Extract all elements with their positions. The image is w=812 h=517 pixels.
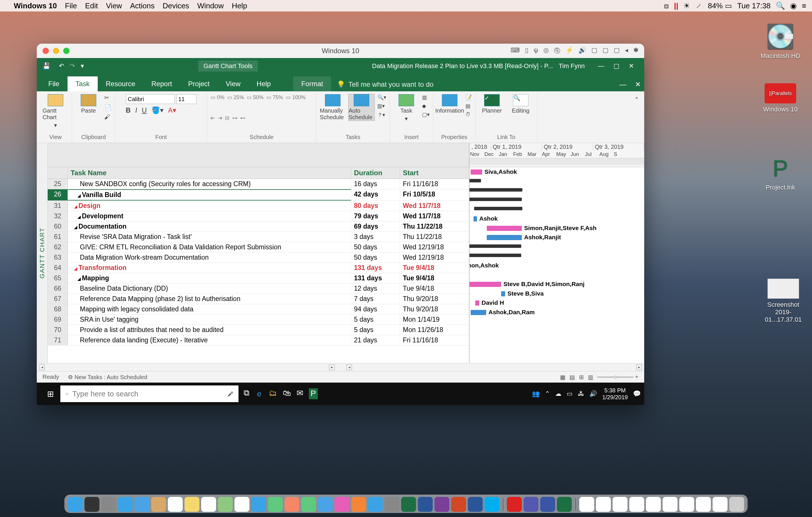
table-row[interactable]: 26◢ Vanilla Build42 daysFri 10/5/18 (48, 189, 469, 201)
task-view-button[interactable]: ⧉ (244, 388, 250, 399)
gantt-bar[interactable]: Siva,Ashok (471, 170, 482, 175)
cut-button[interactable]: ✂ (104, 94, 112, 101)
unlink-tasks-button[interactable]: ⊷ (240, 115, 245, 121)
progress-75-button[interactable]: ▭ 75% (266, 94, 283, 100)
split-task-button[interactable]: ⊟ (225, 115, 229, 121)
table-row[interactable]: 66Baseline Data Dictionary (DD)12 daysTu… (48, 283, 469, 294)
subwin-close-button[interactable]: ✕ (635, 81, 641, 88)
dock-numbers-icon[interactable] (301, 497, 316, 512)
siri-icon[interactable]: ◉ (790, 1, 797, 10)
dock-preferences-icon[interactable] (384, 497, 399, 512)
table-row[interactable]: 60◢ Documentation69 daysThu 11/22/18 (48, 221, 469, 232)
dock-trash-icon[interactable] (729, 497, 744, 512)
redo-icon[interactable]: ↷ (70, 62, 75, 70)
indent-button[interactable]: ⇥ (218, 115, 222, 121)
dock-itunes-icon[interactable] (335, 497, 349, 512)
dock-doc3-icon[interactable] (613, 497, 628, 512)
dropbox-icon[interactable]: ⧈ (664, 1, 669, 10)
dock-notes-icon[interactable] (184, 497, 199, 512)
table-row[interactable]: 67Reference Data Mapping (phase 2) list … (48, 294, 469, 304)
dock-finder-icon[interactable] (68, 497, 83, 512)
gantt-bar[interactable] (469, 254, 521, 257)
keyboard-icon[interactable]: ⌨ (511, 47, 520, 55)
dock-safari-icon[interactable] (118, 497, 133, 512)
tab-view[interactable]: View (218, 77, 249, 91)
table-row[interactable]: 71Reference data landing (Execute) - Ite… (48, 335, 469, 345)
tray-onedrive-icon[interactable]: ☁ (555, 390, 561, 397)
wifi-icon[interactable]: ⟋ (695, 1, 702, 10)
clock[interactable]: Tue 17:38 (737, 1, 771, 10)
spotlight-icon[interactable]: 🔍 (776, 1, 785, 10)
cd-icon[interactable]: ◎ (543, 47, 549, 55)
tray-expand-icon[interactable]: ⌃ (545, 390, 550, 397)
menu-actions[interactable]: Actions (130, 1, 154, 10)
zoom-slider[interactable]: ────○──── + (597, 374, 638, 380)
table-row[interactable]: 64◢ Transformation131 daysTue 9/4/18 (48, 263, 469, 273)
menu-edit[interactable]: Edit (85, 1, 98, 10)
dock-ibooks-icon[interactable] (351, 497, 366, 512)
tab-task[interactable]: Task (67, 77, 98, 91)
dock-maps-icon[interactable] (218, 497, 233, 512)
progress-100-button[interactable]: ▭ 100% (286, 94, 306, 100)
dock-excel-icon[interactable] (401, 497, 416, 512)
start-button[interactable]: ⊞ (40, 389, 60, 399)
window-close-button[interactable]: ✕ (629, 62, 634, 70)
gantt-chart-button[interactable]: Gantt Chart▾ (42, 94, 68, 129)
gantt-bar[interactable] (469, 197, 522, 201)
display-icon[interactable]: ☀ (683, 1, 690, 10)
notifications-icon[interactable]: ≡ (802, 1, 806, 10)
gantt-bar[interactable] (469, 244, 521, 248)
action-center-icon[interactable]: 💬 (633, 390, 641, 397)
picture-icon[interactable]: ▢ (614, 47, 620, 55)
menu-file[interactable]: File (65, 1, 77, 10)
tab-resource[interactable]: Resource (98, 77, 143, 91)
view-resource-sheet-button[interactable]: ▥ (588, 374, 593, 381)
dock-outlook-icon[interactable] (468, 497, 483, 512)
close-button[interactable] (42, 48, 49, 54)
taskbar-project-icon[interactable]: P (309, 388, 318, 399)
dock-appstore-icon[interactable] (368, 497, 383, 512)
dock-contacts-icon[interactable] (151, 497, 166, 512)
dock-launchpad-icon[interactable] (101, 497, 116, 512)
gantt-bar[interactable]: Simon,Ranjit,Steve F,Ash (487, 226, 522, 231)
window-restore-button[interactable]: ▢ (613, 62, 619, 70)
dock-word-icon[interactable] (418, 497, 433, 512)
camera-icon[interactable]: ▢ (603, 47, 609, 55)
taskbar-store-icon[interactable]: 🛍 (283, 388, 291, 399)
gantt-bar[interactable]: Ashok,Dan,Ram (471, 310, 486, 315)
dock-siri-icon[interactable] (85, 497, 99, 512)
table-row[interactable]: 65◢ Mapping131 daysTue 9/4/18 (48, 273, 469, 283)
link-tasks-button[interactable]: ⊶ (232, 115, 237, 121)
fill-color-button[interactable]: 🪣▾ (151, 106, 164, 114)
table-row[interactable]: 31◢ Design80 daysWed 11/7/18 (48, 201, 469, 211)
dock-doc4-icon[interactable] (629, 497, 644, 512)
dock-visio-icon[interactable] (540, 497, 555, 512)
subwin-minimize-button[interactable]: — (619, 81, 627, 88)
dock-powerpoint-icon[interactable] (451, 497, 466, 512)
tab-report[interactable]: Report (143, 77, 180, 91)
view-team-planner-button[interactable]: ⊞ (579, 374, 584, 381)
tray-volume-icon[interactable]: 🔊 (589, 390, 597, 397)
settings-icon[interactable]: ✱ (633, 47, 638, 55)
font-name-input[interactable] (126, 94, 175, 104)
dock-doc6-icon[interactable] (663, 497, 677, 512)
people-icon[interactable]: 👥 (532, 390, 540, 397)
gantt-chart[interactable]: , 2018Qtr 1, 2019Qtr 2, 2019Qtr 3, 2019N… (469, 143, 644, 363)
dock-doc2-icon[interactable] (596, 497, 611, 512)
dock-onenote-icon[interactable] (434, 497, 450, 512)
dock-teams-icon[interactable] (524, 497, 539, 512)
font-color-button[interactable]: A▾ (168, 106, 176, 114)
tab-help[interactable]: Help (249, 77, 279, 91)
bold-button[interactable]: B (126, 106, 131, 114)
zoom-button[interactable] (63, 48, 69, 54)
view-gantt-button[interactable]: ▦ (560, 374, 566, 381)
table-row[interactable]: 69SRA in Use' tagging5 daysMon 1/14/19 (48, 314, 469, 325)
outdent-button[interactable]: ⇤ (211, 115, 215, 121)
menu-help[interactable]: Help (232, 1, 247, 10)
dock-facetime-icon[interactable] (268, 497, 283, 512)
tray-network-icon[interactable]: 🖧 (578, 390, 584, 397)
auto-schedule-button[interactable]: Auto Schedule (349, 94, 374, 121)
tab-file[interactable]: File (40, 77, 67, 91)
table-row[interactable]: 62GIVE: CRM ETL Reconciliation & Data Va… (48, 242, 469, 252)
dock-messages-icon[interactable] (251, 497, 266, 512)
